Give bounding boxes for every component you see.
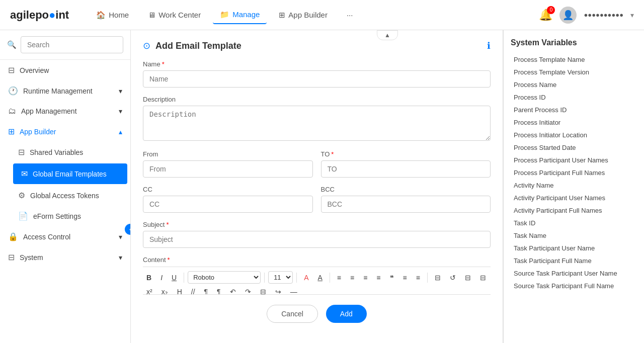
form-header: ⊙ Add Email Template ℹ	[143, 40, 491, 51]
nav-home[interactable]: 🏠 Home	[89, 7, 136, 24]
notifications-bell[interactable]: 🔔 0	[539, 9, 552, 22]
user-menu-chevron[interactable]: ▾	[630, 11, 634, 19]
align-left-button[interactable]: ≡	[360, 272, 371, 284]
sharedvariables-icon: ⊟	[18, 147, 25, 157]
nav-right: 🔔 0 👤 ●●●●●●●●●● ▾	[539, 7, 634, 24]
cancel-button[interactable]: Cancel	[267, 305, 318, 323]
unorderedlist-button[interactable]: ≡	[334, 272, 345, 284]
content-label: Content*	[143, 256, 491, 264]
align-center-button[interactable]: ≡	[373, 272, 384, 284]
home-icon: 🏠	[96, 11, 106, 20]
fontcolor-button[interactable]: A	[300, 272, 312, 284]
sidebar: 🔍 ⊟ Overview 🕐 Runtime Management ▾ 🗂 Ap…	[0, 30, 131, 343]
var-item[interactable]: Process Initiator Location	[511, 129, 637, 141]
sidebar-item-label: Global Email Templates	[33, 170, 107, 178]
subject-label: Subject*	[143, 221, 491, 228]
system-variables-title: System Variables	[511, 38, 637, 47]
description-label: Description	[143, 96, 491, 103]
from-to-row: From TO*	[143, 150, 491, 186]
var-item[interactable]: Task Name	[511, 229, 637, 242]
bcc-input[interactable]	[321, 196, 491, 213]
sidebar-item-accesscontrol[interactable]: 🔒 Access Control ▾	[0, 226, 130, 247]
align-right-button[interactable]: ≡	[399, 272, 411, 284]
highlight-button[interactable]: A	[314, 272, 326, 284]
var-item[interactable]: Process Name	[511, 78, 637, 91]
nav-more[interactable]: ···	[340, 7, 360, 23]
sidebar-sub-appbuilder: ⊟ Shared Variables ✉ Global Email Templa…	[0, 142, 130, 226]
justify-button[interactable]: ≡	[413, 272, 424, 284]
description-input[interactable]	[143, 106, 491, 141]
var-item[interactable]: Task Participant Full Name	[511, 254, 637, 267]
sidebar-item-overview[interactable]: ⊟ Overview	[0, 60, 130, 80]
var-item[interactable]: Task Participant User Name	[511, 242, 637, 254]
var-item[interactable]: Activity Name	[511, 179, 637, 192]
var-item[interactable]: Task ID	[511, 217, 637, 229]
sidebar-item-appmanagement[interactable]: 🗂 App Management ▾	[0, 101, 130, 121]
toolbar-divider-3	[296, 273, 297, 283]
var-item[interactable]: Activity Participant User Names	[511, 192, 637, 204]
nav-workcenter[interactable]: 🖥 Work Center	[141, 7, 208, 23]
info-icon[interactable]: ℹ	[487, 40, 491, 51]
from-input[interactable]	[143, 160, 313, 178]
sidebar-item-label: App Builder	[20, 128, 56, 136]
toolbar-more3[interactable]: ⊟	[461, 272, 474, 284]
collapse-top-arrow[interactable]: ▲	[377, 30, 398, 40]
user-avatar: 👤	[559, 7, 577, 24]
blockquote-button[interactable]: ❝	[386, 272, 397, 284]
var-item[interactable]: Process Participant Full Names	[511, 166, 637, 179]
to-input[interactable]	[321, 160, 491, 178]
back-button[interactable]: ⊙	[143, 40, 150, 51]
var-item[interactable]: Process Initiator	[511, 116, 637, 129]
subject-input[interactable]	[143, 231, 491, 248]
var-item[interactable]: Process Template Name	[511, 53, 637, 66]
var-item[interactable]: Source Task Participant User Name	[511, 267, 637, 280]
sidebar-item-globalaccesstokens[interactable]: ⚙ Global Access Tokens	[10, 185, 130, 206]
nav-manage[interactable]: 📁 Manage	[213, 6, 267, 24]
toolbar-more1[interactable]: ⊟	[431, 272, 444, 284]
cc-input[interactable]	[143, 196, 313, 213]
italic-button[interactable]: I	[157, 272, 166, 284]
sidebar-item-label: Shared Variables	[30, 148, 83, 156]
search-input[interactable]	[21, 36, 123, 53]
sidebar-item-globalemailtemplates[interactable]: ✉ Global Email Templates	[13, 163, 127, 184]
bcc-field-group: BCC	[321, 186, 491, 213]
sidebar-item-appbuilder[interactable]: ⊞ App Builder ▴	[0, 121, 130, 142]
vars-list: Process Template NameProcess Template Ve…	[511, 53, 637, 292]
var-item[interactable]: Activity Participant Full Names	[511, 204, 637, 217]
chevron-down-icon: ▾	[119, 253, 122, 262]
var-item[interactable]: Source Task Participant Full Name	[511, 280, 637, 292]
font-selector[interactable]: Roboto Arial Times New Roman	[188, 271, 261, 284]
sidebar-item-runtime[interactable]: 🕐 Runtime Management ▾	[0, 80, 130, 101]
overview-icon: ⊟	[8, 65, 15, 75]
sidebar-item-sharedvariables[interactable]: ⊟ Shared Variables	[10, 142, 130, 162]
var-item[interactable]: Parent Process ID	[511, 104, 637, 116]
notification-badge: 0	[547, 6, 555, 14]
system-variables-panel: System Variables Process Template NamePr…	[503, 30, 644, 343]
orderedlist-button[interactable]: ≡	[347, 272, 358, 284]
to-label: TO*	[321, 150, 491, 158]
name-input[interactable]	[143, 70, 491, 88]
eformsettings-icon: 📄	[18, 211, 28, 221]
description-field-group: Description	[143, 96, 491, 142]
var-item[interactable]: Process Participant User Names	[511, 154, 637, 166]
sidebar-item-system[interactable]: ⊟ System ▾	[0, 247, 130, 268]
page-layout: 🔍 ⊟ Overview 🕐 Runtime Management ▾ 🗂 Ap…	[0, 30, 644, 343]
chevron-down-icon: ▾	[119, 107, 122, 115]
var-item[interactable]: Process Template Version	[511, 66, 637, 78]
sidebar-item-eformsettings[interactable]: 📄 eForm Settings	[10, 206, 130, 226]
to-field-group: TO*	[321, 150, 491, 178]
form-title: Add Email Template	[155, 41, 242, 51]
main-content: ▲ ⊙ Add Email Template ℹ Name* Descripti…	[131, 30, 644, 343]
toolbar-more4[interactable]: ⊟	[476, 272, 490, 284]
form-panel: ⊙ Add Email Template ℹ Name* Description…	[131, 30, 503, 343]
var-item[interactable]: Process ID	[511, 91, 637, 104]
nav-appbuilder[interactable]: ⊞ App Builder	[272, 7, 335, 24]
bcc-label: BCC	[321, 186, 491, 193]
underline-button[interactable]: U	[168, 272, 180, 284]
bold-button[interactable]: B	[143, 272, 155, 284]
fontsize-selector[interactable]: 11 12 14 16 18	[268, 271, 293, 284]
add-button[interactable]: Add	[326, 305, 367, 323]
sidebar-item-label: eForm Settings	[33, 212, 81, 220]
toolbar-more2[interactable]: ↺	[446, 272, 459, 284]
var-item[interactable]: Process Started Date	[511, 141, 637, 154]
